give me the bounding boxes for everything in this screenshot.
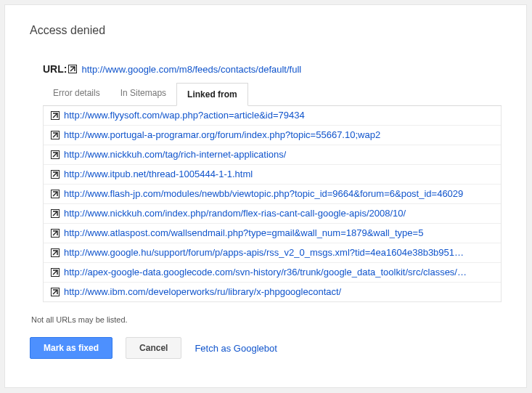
linked-from-url[interactable]: http://www.itpub.net/thread-1005444-1-1.… bbox=[64, 169, 253, 180]
tab-linked-from[interactable]: Linked from bbox=[176, 83, 248, 106]
url-row: URL: http://www.google.com/m8/feeds/cont… bbox=[43, 63, 502, 75]
tabs: Error detailsIn SitemapsLinked from bbox=[43, 82, 502, 106]
url-link[interactable]: http://www.google.com/m8/feeds/contacts/… bbox=[81, 64, 301, 75]
linked-from-url[interactable]: http://www.nickkuh.com/index.php/random/… bbox=[64, 208, 406, 219]
list-note: Not all URLs may be listed. bbox=[31, 315, 502, 324]
tab-in-sitemaps[interactable]: In Sitemaps bbox=[110, 82, 176, 105]
list-item: http://www.itpub.net/thread-1005444-1-1.… bbox=[44, 165, 501, 185]
linked-from-url[interactable]: http://www.google.hu/support/forum/p/app… bbox=[64, 247, 464, 259]
external-link-icon bbox=[51, 190, 60, 198]
external-link-icon bbox=[68, 65, 77, 73]
external-link-icon bbox=[51, 268, 60, 277]
action-bar: Mark as fixed Cancel Fetch as Googlebot bbox=[30, 337, 502, 359]
list-item: http://www.nickkuh.com/index.php/random/… bbox=[44, 204, 501, 224]
crawl-error-detail-panel: Access denied URL: http://www.google.com… bbox=[4, 4, 527, 388]
list-item: http://www.portugal-a-programar.org/foru… bbox=[44, 126, 501, 145]
external-link-icon bbox=[51, 288, 60, 296]
mark-as-fixed-button[interactable]: Mark as fixed bbox=[30, 337, 112, 359]
list-item: http://www.atlaspost.com/wallsendmail.ph… bbox=[44, 224, 501, 243]
linked-from-url[interactable]: http://www.atlaspost.com/wallsendmail.ph… bbox=[64, 227, 423, 239]
list-item: http://apex-google-data.googlecode.com/s… bbox=[44, 263, 501, 283]
list-item: http://www.nickkuh.com/tag/rich-internet… bbox=[44, 145, 501, 165]
linked-from-url[interactable]: http://www.flash-jp.com/modules/newbb/vi… bbox=[64, 188, 463, 200]
linked-from-url[interactable]: http://www.flyysoft.com/wap.php?action=a… bbox=[64, 110, 305, 121]
list-item: http://www.google.hu/support/forum/p/app… bbox=[44, 243, 501, 263]
external-link-icon bbox=[51, 170, 60, 179]
list-item: http://www.flyysoft.com/wap.php?action=a… bbox=[44, 106, 501, 126]
url-label: URL: bbox=[43, 63, 67, 75]
tab-error-details[interactable]: Error details bbox=[43, 82, 110, 105]
list-item: http://www.flash-jp.com/modules/newbb/vi… bbox=[44, 185, 501, 204]
external-link-icon bbox=[51, 248, 60, 257]
linked-from-url[interactable]: http://apex-google-data.googlecode.com/s… bbox=[64, 267, 467, 278]
linked-from-list: http://www.flyysoft.com/wap.php?action=a… bbox=[43, 106, 502, 302]
linked-from-url[interactable]: http://www.nickkuh.com/tag/rich-internet… bbox=[64, 149, 286, 161]
external-link-icon bbox=[51, 229, 60, 238]
fetch-as-googlebot-link[interactable]: Fetch as Googlebot bbox=[195, 343, 277, 354]
cancel-button[interactable]: Cancel bbox=[126, 337, 181, 359]
external-link-icon bbox=[51, 131, 60, 139]
external-link-icon bbox=[51, 209, 60, 218]
list-item: http://www.ibm.com/developerworks/ru/lib… bbox=[44, 283, 501, 301]
page-title: Access denied bbox=[30, 24, 502, 37]
external-link-icon bbox=[51, 150, 60, 159]
linked-from-url[interactable]: http://www.portugal-a-programar.org/foru… bbox=[64, 129, 380, 141]
linked-from-url[interactable]: http://www.ibm.com/developerworks/ru/lib… bbox=[64, 286, 341, 298]
external-link-icon bbox=[51, 111, 60, 120]
